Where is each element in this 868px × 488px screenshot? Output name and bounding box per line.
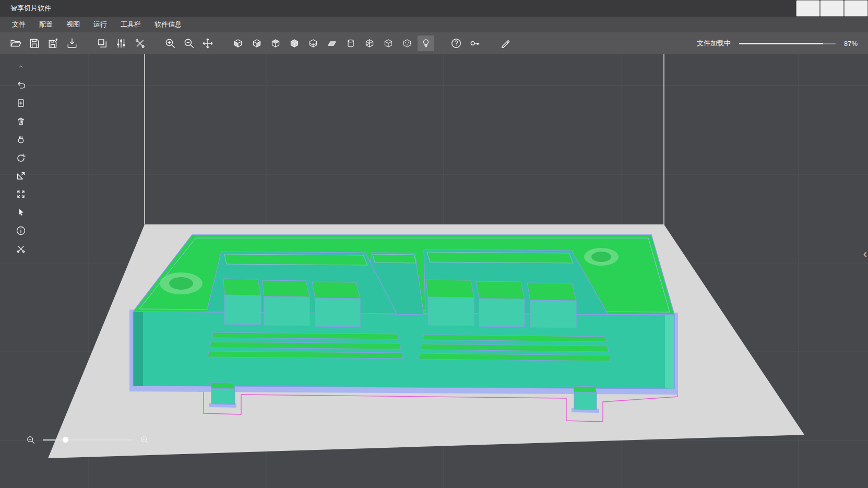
display-tool-group — [230, 35, 434, 51]
fit-view-button[interactable] — [14, 187, 28, 201]
cylinder-icon — [346, 38, 356, 49]
cube-right-face-icon — [252, 38, 262, 49]
maximize-icon — [829, 6, 835, 11]
view-left-button[interactable] — [230, 35, 246, 51]
edit-tool-group — [94, 35, 148, 51]
boss-left — [160, 272, 203, 294]
open-folder-icon — [10, 38, 21, 49]
cube-left-face-icon — [233, 38, 243, 49]
main-toolbar: 文件加载中 87% — [0, 32, 868, 54]
lightbulb-icon — [421, 38, 431, 49]
save-file-button[interactable] — [26, 35, 43, 51]
chevron-up-icon — [17, 62, 25, 70]
zoom-slider-handle[interactable] — [63, 437, 68, 443]
file-loading-area: 文件加载中 87% — [697, 39, 861, 48]
menu-view[interactable]: 视图 — [60, 17, 87, 32]
viewport-3d[interactable]: ‹ — [0, 54, 868, 488]
repair-tools-icon — [16, 244, 26, 254]
louver-slots-right — [419, 335, 611, 361]
minimize-button[interactable]: – — [796, 0, 820, 17]
crossed-tools-icon — [134, 38, 146, 49]
clone-model-button[interactable] — [94, 35, 111, 51]
duplicate-model-button[interactable] — [14, 96, 28, 110]
progress-bar — [739, 43, 836, 44]
save-as-button[interactable] — [45, 35, 62, 51]
help-tool-group — [448, 35, 483, 51]
sliders-icon — [115, 38, 127, 49]
progress-label: 文件加载中 — [697, 39, 731, 48]
close-button[interactable]: × — [844, 0, 868, 17]
file-tool-group — [7, 35, 80, 51]
save-as-icon — [47, 38, 59, 49]
pen-icon — [500, 38, 511, 49]
import-model-button[interactable] — [64, 35, 80, 51]
plane-icon — [327, 38, 337, 49]
delete-model-button[interactable] — [14, 114, 28, 128]
add-copy-icon — [16, 98, 26, 108]
move-model-button[interactable] — [199, 35, 216, 51]
zoom-slider-control — [26, 435, 149, 445]
cursor-icon — [16, 207, 26, 218]
nav-tool-group — [162, 35, 216, 51]
adjust-settings-button[interactable] — [113, 35, 129, 51]
rotate-model-button[interactable] — [14, 151, 28, 164]
wireframe-cube-icon — [364, 38, 375, 49]
expand-arrows-icon — [16, 189, 26, 199]
menu-run[interactable]: 运行 — [87, 17, 114, 32]
help-icon — [450, 38, 462, 49]
light-toggle-button[interactable] — [418, 35, 434, 51]
section-view-button[interactable] — [305, 35, 322, 51]
zoom-slider-track[interactable] — [43, 439, 133, 441]
lattice-cube-icon — [383, 38, 394, 49]
cylinder-view-button[interactable] — [342, 35, 359, 51]
mirror-plane-icon — [15, 170, 27, 182]
undo-button[interactable] — [14, 78, 28, 91]
view-top-button[interactable] — [267, 35, 284, 51]
select-pointer-button[interactable] — [14, 206, 28, 219]
menu-about[interactable]: 软件信息 — [148, 17, 188, 32]
zoom-out-icon[interactable] — [26, 435, 35, 445]
help-button[interactable] — [448, 35, 465, 51]
lattice-cube-button[interactable] — [380, 35, 397, 51]
right-panel-toggle[interactable]: ‹ — [863, 248, 867, 260]
support-cube-icon — [402, 38, 412, 49]
model-right-edge — [665, 315, 674, 389]
progress-fill — [739, 43, 823, 44]
cube-section-icon — [308, 38, 318, 49]
open-file-button[interactable] — [7, 35, 24, 51]
zoom-in-icon[interactable] — [140, 435, 149, 445]
model-info-button[interactable] — [14, 224, 28, 237]
model-left-edge — [133, 312, 143, 386]
menu-config[interactable]: 配置 — [32, 17, 60, 32]
plane-view-button[interactable] — [324, 35, 340, 51]
progress-percent: 87% — [844, 40, 858, 47]
machine-tools-button[interactable] — [132, 35, 148, 51]
trash-icon — [16, 116, 26, 126]
build-volume-edges — [145, 54, 664, 225]
maximize-button[interactable] — [820, 0, 844, 17]
menu-file[interactable]: 文件 — [5, 17, 32, 32]
pan-view-button[interactable] — [14, 133, 28, 146]
view-right-button[interactable] — [248, 35, 265, 51]
zoom-out-icon — [183, 38, 195, 49]
view-solid-button[interactable] — [286, 35, 303, 51]
mirror-scale-button[interactable] — [14, 169, 28, 183]
move-arrows-icon — [202, 38, 213, 49]
repair-tools-button[interactable] — [14, 242, 28, 256]
window-controls: – × — [796, 0, 868, 17]
rotate-arrow-icon — [15, 152, 27, 163]
support-cube-button[interactable] — [399, 35, 415, 51]
annotate-tool-group — [497, 35, 514, 51]
wireframe-cube-button[interactable] — [361, 35, 378, 51]
key-icon — [469, 38, 481, 49]
import-arrow-icon — [66, 38, 78, 49]
zoom-out-button[interactable] — [181, 35, 197, 51]
zoom-in-button[interactable] — [162, 35, 179, 51]
menu-toolbar[interactable]: 工具栏 — [114, 17, 148, 32]
collapse-panel-button[interactable] — [14, 59, 28, 73]
annotate-pen-button[interactable] — [497, 35, 514, 51]
save-floppy-icon — [29, 38, 40, 49]
undo-arrow-icon — [15, 79, 27, 90]
license-key-button[interactable] — [467, 35, 483, 51]
info-icon — [16, 225, 26, 236]
